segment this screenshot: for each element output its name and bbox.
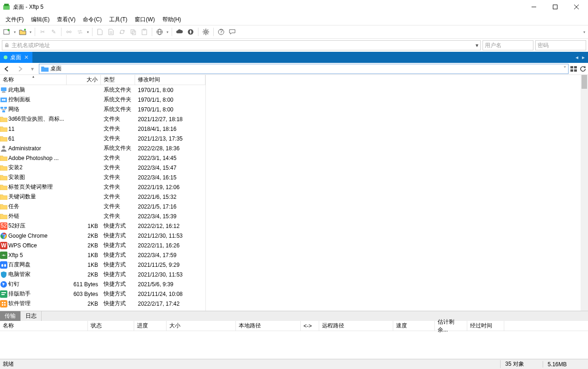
close-icon[interactable]: ✕ [24, 54, 29, 61]
transfer-icon[interactable] [75, 27, 85, 37]
tab-transfer[interactable]: 传输 [0, 311, 21, 321]
file-type: 文件夹 [101, 173, 135, 181]
file-row[interactable]: Administrator系统文件夹2022/2/28, 18:36 [0, 143, 205, 153]
tcol-size[interactable]: 大小 [167, 321, 236, 331]
edit-file-icon[interactable] [106, 27, 116, 37]
menu-view[interactable]: 查看(V) [53, 15, 79, 25]
menu-file[interactable]: 文件(F) [2, 15, 27, 25]
toolbar-overflow[interactable]: ▾ [582, 30, 586, 34]
file-row[interactable]: 网络系统文件夹1970/1/1, 8:00 [0, 105, 205, 114]
col-name[interactable]: 名称▴ [0, 75, 67, 85]
path-dropdown[interactable]: ˅ [563, 66, 566, 72]
file-row[interactable]: Adobe Photoshop ...文件夹2022/3/1, 14:45 [0, 153, 205, 163]
file-row[interactable]: 控制面板系统文件夹1970/1/1, 8:00 [0, 95, 205, 105]
globe-icon[interactable] [155, 27, 165, 37]
session-tab[interactable]: 桌面 ✕ [0, 52, 32, 63]
new-session-icon[interactable] [2, 27, 12, 37]
file-row[interactable]: 电脑管家2KB快捷方式2021/12/30, 11:53 [0, 270, 205, 279]
file-row[interactable]: WWPS Office2KB快捷方式2022/2/11, 16:26 [0, 240, 205, 250]
close-button[interactable] [566, 0, 587, 14]
tcol-arrow[interactable]: <-> [301, 321, 319, 331]
file-row[interactable]: 3d66营业执照、商标...文件夹2021/12/27, 18:18 [0, 114, 205, 124]
tcol-local[interactable]: 本地路径 [236, 321, 301, 331]
file-row[interactable]: 5252好压1KB快捷方式2022/2/12, 16:12 [0, 221, 205, 231]
file-row[interactable]: 任务文件夹2022/1/5, 17:16 [0, 202, 205, 211]
tcol-name[interactable]: 名称 [0, 321, 88, 331]
connect-icon[interactable] [64, 27, 74, 37]
col-size[interactable]: 大小 [67, 75, 101, 85]
file-row[interactable]: 钉钉611 Bytes快捷方式2021/5/6, 9:39 [0, 279, 205, 289]
tcol-progress[interactable]: 进度 [134, 321, 167, 331]
paste-icon[interactable] [139, 27, 149, 37]
tab-prev[interactable]: ◂ [574, 54, 580, 61]
path-input[interactable]: 桌面 ˅ [39, 64, 569, 74]
cut-icon[interactable]: ✂ [37, 27, 48, 37]
file-row[interactable]: 此电脑系统文件夹1970/1/1, 8:00 [0, 85, 205, 95]
compass-icon[interactable] [186, 27, 196, 37]
brush-icon[interactable]: ✎ [49, 27, 59, 37]
file-row[interactable]: Google Chrome2KB快捷方式2021/12/30, 11:53 [0, 231, 205, 240]
file-row[interactable]: 外链文件夹2022/3/4, 15:39 [0, 211, 205, 221]
host-input[interactable]: 🔒︎ 主机名或IP地址 ▾ [2, 40, 481, 50]
file-size: 611 Bytes [67, 281, 101, 288]
file-row[interactable]: 关键词数量文件夹2022/1/6, 15:32 [0, 192, 205, 202]
minimize-button[interactable] [523, 0, 545, 14]
file-row[interactable]: 软件管理2KB快捷方式2022/2/17, 17:42 [0, 299, 205, 308]
menu-tools[interactable]: 工具(T) [105, 15, 131, 25]
tcol-elapsed[interactable]: 经过时间 [467, 321, 504, 331]
file-type: 快捷方式 [101, 261, 135, 269]
tab-log[interactable]: 日志 [21, 311, 42, 321]
xftp-icon [0, 252, 7, 259]
globe-dropdown[interactable]: ▾ [166, 30, 169, 34]
menu-window[interactable]: 窗口(W) [131, 15, 158, 25]
file-row[interactable]: 标签页关键词整理文件夹2022/1/19, 12:06 [0, 182, 205, 192]
cloud-icon[interactable] [174, 27, 185, 37]
settings-icon[interactable] [201, 27, 211, 37]
username-input[interactable]: 用户名 [483, 40, 533, 50]
file-row[interactable]: 百度网盘1KB快捷方式2021/11/25, 9:29 [0, 260, 205, 270]
file-row[interactable]: 安装2文件夹2022/3/4, 15:47 [0, 163, 205, 172]
chat-icon[interactable] [227, 27, 237, 37]
views-icon[interactable] [569, 64, 578, 74]
file-rows[interactable]: 此电脑系统文件夹1970/1/1, 8:00控制面板系统文件夹1970/1/1,… [0, 85, 205, 311]
host-placeholder: 主机名或IP地址 [12, 42, 50, 49]
help-icon[interactable]: ? [216, 27, 226, 37]
file-name: Google Chrome [8, 233, 48, 239]
svg-rect-12 [142, 30, 147, 35]
tab-next[interactable]: ▸ [581, 54, 586, 61]
up-history-dropdown[interactable]: ▾ [27, 64, 38, 74]
file-row[interactable]: 安装图文件夹2022/3/4, 16:15 [0, 172, 205, 182]
tcol-remote[interactable]: 远程路径 [319, 321, 393, 331]
sync-icon[interactable] [117, 27, 127, 37]
soft-icon [0, 300, 7, 308]
file-row[interactable]: 排版助手603 Bytes快捷方式2021/11/24, 10:08 [0, 289, 205, 299]
file-mtime: 2021/11/25, 9:29 [135, 262, 205, 268]
host-dropdown[interactable]: ▾ [476, 42, 478, 49]
scrollbar[interactable] [581, 75, 588, 311]
new-file-icon[interactable] [95, 27, 105, 37]
refresh-icon[interactable] [579, 64, 587, 74]
svg-rect-31 [570, 69, 573, 72]
back-button[interactable] [1, 64, 13, 74]
tcol-status[interactable]: 状态 [88, 321, 134, 331]
file-mtime: 1970/1/1, 8:00 [135, 97, 205, 103]
open-session-icon[interactable] [18, 27, 28, 37]
file-row[interactable]: 11文件夹2018/4/1, 18:16 [0, 124, 205, 134]
tcol-speed[interactable]: 速度 [393, 321, 435, 331]
tcol-remain[interactable]: 估计剩余... [435, 321, 467, 331]
menu-command[interactable]: 命令(C) [79, 15, 105, 25]
file-name: 3d66营业执照、商标... [8, 115, 64, 123]
forward-button[interactable] [14, 64, 26, 74]
col-type[interactable]: 类型 [101, 75, 135, 85]
menu-help[interactable]: 帮助(H) [159, 15, 185, 25]
password-input[interactable]: 密码 [535, 40, 586, 50]
menu-edit[interactable]: 编辑(E) [27, 15, 53, 25]
col-mtime[interactable]: 修改时间 [135, 75, 205, 85]
transfer-dropdown[interactable]: ▾ [86, 30, 90, 34]
copy-icon[interactable] [128, 27, 138, 37]
open-session-dropdown[interactable]: ▾ [29, 30, 32, 34]
maximize-button[interactable] [545, 0, 566, 14]
file-row[interactable]: 61文件夹2021/12/13, 17:35 [0, 134, 205, 143]
new-session-dropdown[interactable]: ▾ [13, 30, 17, 34]
file-row[interactable]: Xftp 51KB快捷方式2022/3/4, 17:59 [0, 250, 205, 260]
